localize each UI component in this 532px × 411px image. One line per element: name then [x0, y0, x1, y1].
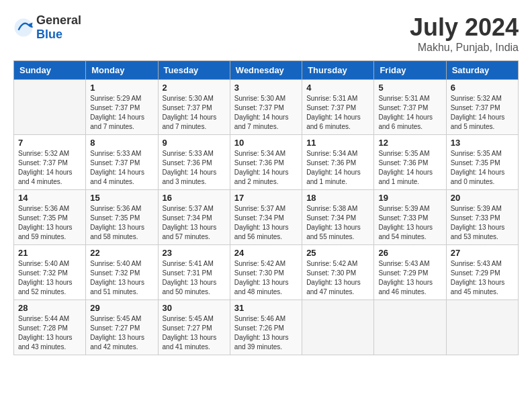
calendar-cell: 29Sunrise: 5:45 AMSunset: 7:27 PMDayligh… [86, 300, 158, 355]
day-number: 25 [306, 248, 369, 258]
day-info: Sunrise: 5:32 AMSunset: 7:37 PMDaylight:… [451, 94, 514, 132]
day-info: Sunrise: 5:39 AMSunset: 7:33 PMDaylight:… [378, 204, 441, 242]
day-info: Sunrise: 5:42 AMSunset: 7:30 PMDaylight:… [306, 259, 369, 297]
calendar-week-row: 7Sunrise: 5:32 AMSunset: 7:37 PMDaylight… [14, 135, 519, 190]
day-info: Sunrise: 5:44 AMSunset: 7:28 PMDaylight:… [18, 314, 81, 352]
day-info: Sunrise: 5:31 AMSunset: 7:37 PMDaylight:… [306, 94, 369, 132]
day-number: 2 [163, 83, 226, 93]
calendar-cell: 10Sunrise: 5:34 AMSunset: 7:36 PMDayligh… [230, 135, 302, 190]
day-info: Sunrise: 5:37 AMSunset: 7:34 PMDaylight:… [163, 204, 226, 242]
day-number: 24 [234, 248, 298, 258]
day-info: Sunrise: 5:46 AMSunset: 7:26 PMDaylight:… [234, 314, 298, 352]
calendar-cell: 6Sunrise: 5:32 AMSunset: 7:37 PMDaylight… [446, 80, 518, 135]
weekday-header-monday: Monday [86, 61, 158, 80]
calendar-cell: 30Sunrise: 5:45 AMSunset: 7:27 PMDayligh… [158, 300, 230, 355]
day-number: 27 [451, 248, 514, 258]
calendar-cell: 23Sunrise: 5:41 AMSunset: 7:31 PMDayligh… [158, 245, 230, 300]
day-info: Sunrise: 5:45 AMSunset: 7:27 PMDaylight:… [163, 314, 226, 352]
weekday-header-wednesday: Wednesday [230, 61, 302, 80]
day-info: Sunrise: 5:33 AMSunset: 7:36 PMDaylight:… [163, 149, 226, 187]
calendar-header: SundayMondayTuesdayWednesdayThursdayFrid… [14, 61, 519, 80]
day-info: Sunrise: 5:35 AMSunset: 7:36 PMDaylight:… [378, 149, 441, 187]
day-number: 28 [18, 303, 81, 313]
day-info: Sunrise: 5:42 AMSunset: 7:30 PMDaylight:… [234, 259, 298, 297]
calendar-cell: 31Sunrise: 5:46 AMSunset: 7:26 PMDayligh… [230, 300, 302, 355]
day-number: 5 [378, 83, 441, 93]
day-info: Sunrise: 5:40 AMSunset: 7:32 PMDaylight:… [90, 259, 153, 297]
day-info: Sunrise: 5:43 AMSunset: 7:29 PMDaylight:… [378, 259, 441, 297]
day-number: 3 [234, 83, 298, 93]
day-number: 26 [378, 248, 441, 258]
month-title: July 2024 [410, 13, 519, 42]
calendar-cell: 7Sunrise: 5:32 AMSunset: 7:37 PMDaylight… [14, 135, 86, 190]
title-section: July 2024 Makhu, Punjab, India [410, 13, 519, 54]
day-info: Sunrise: 5:36 AMSunset: 7:35 PMDaylight:… [18, 204, 81, 242]
day-number: 12 [378, 138, 441, 148]
calendar-cell: 4Sunrise: 5:31 AMSunset: 7:37 PMDaylight… [302, 80, 374, 135]
day-number: 15 [90, 193, 153, 203]
calendar-cell: 5Sunrise: 5:31 AMSunset: 7:37 PMDaylight… [374, 80, 446, 135]
calendar-cell: 12Sunrise: 5:35 AMSunset: 7:36 PMDayligh… [374, 135, 446, 190]
day-info: Sunrise: 5:29 AMSunset: 7:37 PMDaylight:… [90, 94, 153, 132]
weekday-header-thursday: Thursday [302, 61, 374, 80]
day-info: Sunrise: 5:43 AMSunset: 7:29 PMDaylight:… [451, 259, 514, 297]
calendar-cell: 21Sunrise: 5:40 AMSunset: 7:32 PMDayligh… [14, 245, 86, 300]
day-info: Sunrise: 5:34 AMSunset: 7:36 PMDaylight:… [234, 149, 298, 187]
calendar-cell: 1Sunrise: 5:29 AMSunset: 7:37 PMDaylight… [86, 80, 158, 135]
calendar-cell: 22Sunrise: 5:40 AMSunset: 7:32 PMDayligh… [86, 245, 158, 300]
day-info: Sunrise: 5:38 AMSunset: 7:34 PMDaylight:… [306, 204, 369, 242]
calendar-cell [14, 80, 86, 135]
calendar-week-row: 14Sunrise: 5:36 AMSunset: 7:35 PMDayligh… [14, 190, 519, 245]
calendar-cell: 17Sunrise: 5:37 AMSunset: 7:34 PMDayligh… [230, 190, 302, 245]
header: General Blue July 2024 Makhu, Punjab, In… [13, 13, 519, 54]
day-number: 29 [90, 303, 153, 313]
day-info: Sunrise: 5:31 AMSunset: 7:37 PMDaylight:… [378, 94, 441, 132]
day-info: Sunrise: 5:34 AMSunset: 7:36 PMDaylight:… [306, 149, 369, 187]
calendar-week-row: 1Sunrise: 5:29 AMSunset: 7:37 PMDaylight… [14, 80, 519, 135]
day-info: Sunrise: 5:40 AMSunset: 7:32 PMDaylight:… [18, 259, 81, 297]
day-number: 22 [90, 248, 153, 258]
weekday-header-sunday: Sunday [14, 61, 86, 80]
day-info: Sunrise: 5:30 AMSunset: 7:37 PMDaylight:… [163, 94, 226, 132]
day-number: 31 [234, 303, 298, 313]
day-number: 1 [90, 83, 153, 93]
day-info: Sunrise: 5:39 AMSunset: 7:33 PMDaylight:… [451, 204, 514, 242]
calendar-cell: 24Sunrise: 5:42 AMSunset: 7:30 PMDayligh… [230, 245, 302, 300]
day-info: Sunrise: 5:41 AMSunset: 7:31 PMDaylight:… [163, 259, 226, 297]
day-number: 7 [18, 138, 81, 148]
calendar-cell: 16Sunrise: 5:37 AMSunset: 7:34 PMDayligh… [158, 190, 230, 245]
calendar-cell: 9Sunrise: 5:33 AMSunset: 7:36 PMDaylight… [158, 135, 230, 190]
calendar-body: 1Sunrise: 5:29 AMSunset: 7:37 PMDaylight… [14, 80, 519, 355]
calendar-cell: 27Sunrise: 5:43 AMSunset: 7:29 PMDayligh… [446, 245, 518, 300]
day-number: 8 [90, 138, 153, 148]
day-info: Sunrise: 5:37 AMSunset: 7:34 PMDaylight:… [234, 204, 298, 242]
day-number: 18 [306, 193, 369, 203]
weekday-header-saturday: Saturday [446, 61, 518, 80]
day-number: 16 [163, 193, 226, 203]
day-info: Sunrise: 5:33 AMSunset: 7:37 PMDaylight:… [90, 149, 153, 187]
logo-general: General [36, 13, 81, 27]
calendar-cell: 3Sunrise: 5:30 AMSunset: 7:37 PMDaylight… [230, 80, 302, 135]
day-number: 10 [234, 138, 298, 148]
day-number: 9 [163, 138, 226, 148]
day-number: 30 [163, 303, 226, 313]
day-info: Sunrise: 5:35 AMSunset: 7:35 PMDaylight:… [451, 149, 514, 187]
day-number: 11 [306, 138, 369, 148]
calendar-cell: 11Sunrise: 5:34 AMSunset: 7:36 PMDayligh… [302, 135, 374, 190]
day-info: Sunrise: 5:36 AMSunset: 7:35 PMDaylight:… [90, 204, 153, 242]
day-number: 13 [451, 138, 514, 148]
day-number: 4 [306, 83, 369, 93]
weekday-header-tuesday: Tuesday [158, 61, 230, 80]
calendar-week-row: 28Sunrise: 5:44 AMSunset: 7:28 PMDayligh… [14, 300, 519, 355]
calendar: SundayMondayTuesdayWednesdayThursdayFrid… [13, 60, 519, 355]
calendar-cell: 15Sunrise: 5:36 AMSunset: 7:35 PMDayligh… [86, 190, 158, 245]
calendar-cell: 28Sunrise: 5:44 AMSunset: 7:28 PMDayligh… [14, 300, 86, 355]
logo-icon [13, 17, 34, 38]
calendar-week-row: 21Sunrise: 5:40 AMSunset: 7:32 PMDayligh… [14, 245, 519, 300]
day-number: 19 [378, 193, 441, 203]
calendar-cell: 25Sunrise: 5:42 AMSunset: 7:30 PMDayligh… [302, 245, 374, 300]
calendar-cell: 20Sunrise: 5:39 AMSunset: 7:33 PMDayligh… [446, 190, 518, 245]
day-number: 20 [451, 193, 514, 203]
calendar-cell: 26Sunrise: 5:43 AMSunset: 7:29 PMDayligh… [374, 245, 446, 300]
logo-blue: Blue [36, 28, 62, 41]
